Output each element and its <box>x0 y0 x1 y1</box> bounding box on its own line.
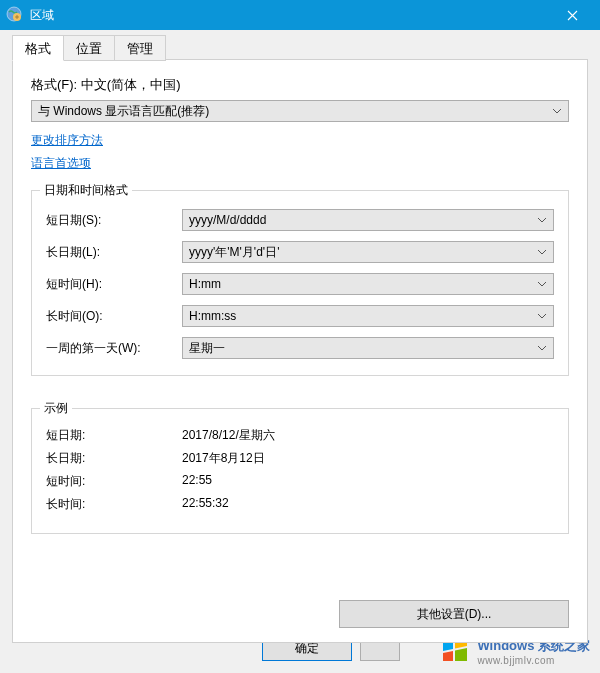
tab-location[interactable]: 位置 <box>63 35 115 61</box>
window-title: 区域 <box>30 7 550 24</box>
format-label: 格式(F): 中文(简体，中国) <box>31 76 569 94</box>
close-button[interactable] <box>550 0 594 30</box>
chevron-down-icon <box>537 279 547 289</box>
chevron-down-icon <box>552 106 562 116</box>
change-sort-link[interactable]: 更改排序方法 <box>31 132 103 149</box>
example-group: 示例 短日期: 2017/8/12/星期六 长日期: 2017年8月12日 短时… <box>31 408 569 534</box>
format-select[interactable]: 与 Windows 显示语言匹配(推荐) <box>31 100 569 122</box>
tab-administrative[interactable]: 管理 <box>114 35 166 61</box>
region-icon <box>6 6 24 24</box>
datetime-format-legend: 日期和时间格式 <box>40 182 132 199</box>
short-date-select[interactable]: yyyy/M/d/dddd <box>182 209 554 231</box>
first-day-select[interactable]: 星期一 <box>182 337 554 359</box>
tabs: 格式 位置 管理 <box>0 34 600 60</box>
chevron-down-icon <box>537 311 547 321</box>
watermark-url: www.bjjmlv.com <box>477 655 590 666</box>
format-tab-page: 格式(F): 中文(简体，中国) 与 Windows 显示语言匹配(推荐) 更改… <box>12 59 588 643</box>
long-date-row: 长日期(L): yyyy'年'M'月'd'日' <box>46 241 554 263</box>
datetime-format-group: 日期和时间格式 短日期(S): yyyy/M/d/dddd 长日期(L): yy… <box>31 190 569 376</box>
chevron-down-icon <box>537 247 547 257</box>
titlebar: 区域 <box>0 0 600 30</box>
chevron-down-icon <box>537 343 547 353</box>
first-day-row: 一周的第一天(W): 星期一 <box>46 337 554 359</box>
long-time-row: 长时间(O): H:mm:ss <box>46 305 554 327</box>
short-date-row: 短日期(S): yyyy/M/d/dddd <box>46 209 554 231</box>
example-long-date: 长日期: 2017年8月12日 <box>46 450 554 467</box>
tab-format[interactable]: 格式 <box>12 35 64 61</box>
short-time-row: 短时间(H): H:mm <box>46 273 554 295</box>
short-time-select[interactable]: H:mm <box>182 273 554 295</box>
additional-settings-button[interactable]: 其他设置(D)... <box>339 600 569 628</box>
chevron-down-icon <box>537 215 547 225</box>
example-short-time: 短时间: 22:55 <box>46 473 554 490</box>
long-time-label: 长时间(O): <box>46 308 182 325</box>
long-time-select[interactable]: H:mm:ss <box>182 305 554 327</box>
close-icon <box>567 10 578 21</box>
format-select-value: 与 Windows 显示语言匹配(推荐) <box>38 103 552 120</box>
example-legend: 示例 <box>40 400 72 417</box>
long-date-select[interactable]: yyyy'年'M'月'd'日' <box>182 241 554 263</box>
long-date-label: 长日期(L): <box>46 244 182 261</box>
short-time-label: 短时间(H): <box>46 276 182 293</box>
first-day-label: 一周的第一天(W): <box>46 340 182 357</box>
example-long-time: 长时间: 22:55:32 <box>46 496 554 513</box>
short-date-label: 短日期(S): <box>46 212 182 229</box>
example-short-date: 短日期: 2017/8/12/星期六 <box>46 427 554 444</box>
window-body: 格式 位置 管理 格式(F): 中文(简体，中国) 与 Windows 显示语言… <box>0 30 600 673</box>
language-prefs-link[interactable]: 语言首选项 <box>31 155 91 172</box>
